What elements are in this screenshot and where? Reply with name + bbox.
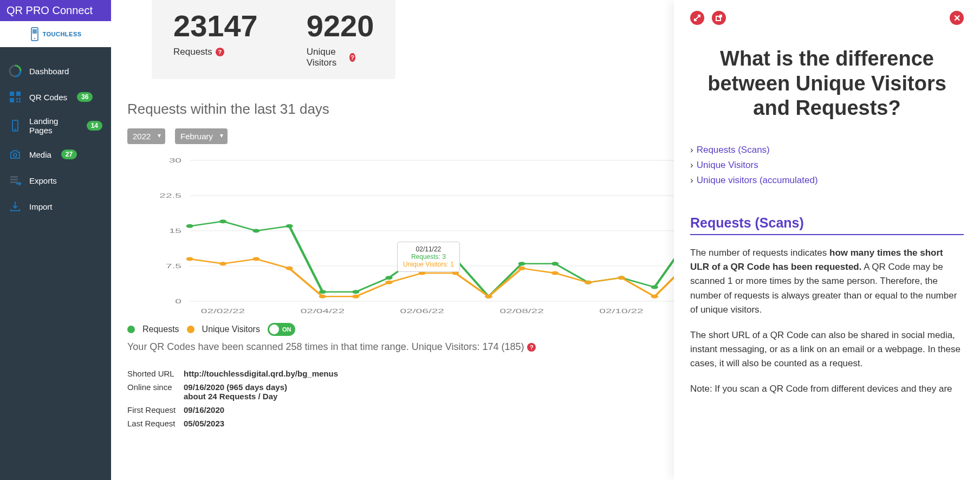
help-link[interactable]: Unique visitors (accumulated): [697, 175, 818, 185]
stats-card: 23147 Requests ? 9220 Unique Visitors ?: [152, 0, 395, 79]
logo[interactable]: TOUCHLESS: [0, 21, 111, 47]
legend-dot-unique: [187, 326, 194, 333]
svg-point-68: [518, 267, 525, 270]
external-link-icon[interactable]: [712, 11, 726, 25]
svg-point-48: [651, 286, 658, 289]
svg-text:02/08/22: 02/08/22: [499, 308, 544, 314]
sidebar-item-import[interactable]: Import: [0, 193, 111, 219]
svg-point-60: [252, 257, 259, 261]
svg-text:02/06/22: 02/06/22: [400, 308, 445, 314]
sidebar-item-label: QR Codes: [29, 93, 67, 102]
sidebar-item-exports[interactable]: Exports: [0, 167, 111, 193]
sidebar-item-dashboard[interactable]: Dashboard: [0, 58, 111, 84]
help-icon[interactable]: ?: [349, 53, 355, 62]
svg-rect-13: [10, 176, 18, 178]
svg-text:15: 15: [169, 228, 181, 234]
sidebar-item-label: Import: [29, 202, 53, 211]
stat-requests-value: 23147: [173, 11, 258, 41]
help-paragraph: The short URL of a QR Code can also be s…: [690, 328, 964, 371]
sidebar-nav: Dashboard QR Codes 36 Landing Pages 14 M…: [0, 47, 111, 219]
svg-text:22.5: 22.5: [159, 192, 181, 199]
svg-point-72: [651, 295, 658, 299]
details-label: First Request: [127, 405, 184, 414]
svg-rect-8: [16, 101, 18, 102]
svg-point-64: [385, 281, 392, 284]
svg-rect-9: [19, 101, 21, 102]
svg-text:0: 0: [175, 298, 181, 304]
legend-dot-requests: [127, 326, 135, 333]
svg-text:30: 30: [169, 157, 181, 164]
chevron-right-icon: ›: [690, 145, 693, 155]
details-value: http://touchlessdigital.qrd.by/bg_menus: [184, 369, 338, 378]
svg-rect-14: [10, 179, 18, 180]
svg-rect-4: [16, 92, 21, 96]
dashboard-icon: [9, 64, 22, 77]
chart-tooltip: 02/11/22 Requests: 3 Unique Visitors: 1: [397, 242, 460, 272]
toggle-label: ON: [282, 326, 291, 333]
svg-rect-15: [10, 181, 18, 183]
sidebar: QR PRO Connect TOUCHLESS Dashboard QR Co…: [0, 0, 111, 480]
year-select[interactable]: 2022: [127, 128, 165, 144]
expand-icon[interactable]: [690, 11, 704, 25]
app-title: QR PRO Connect: [0, 0, 111, 21]
svg-point-69: [551, 271, 559, 275]
svg-point-59: [219, 262, 226, 265]
svg-point-63: [352, 295, 359, 299]
svg-point-58: [186, 257, 193, 261]
legend-unique: Unique Visitors: [202, 325, 260, 334]
svg-text:7.5: 7.5: [166, 263, 181, 269]
help-icon[interactable]: ?: [216, 48, 224, 56]
help-paragraph: Note: If you scan a QR Code from differe…: [690, 382, 964, 396]
tooltip-unique: Unique Visitors: 1: [403, 261, 454, 268]
svg-rect-3: [10, 92, 14, 96]
help-body: The number of requests indicates how man…: [690, 246, 964, 396]
camera-icon: [9, 148, 22, 161]
svg-point-39: [352, 290, 359, 294]
help-link[interactable]: Requests (Scans): [697, 145, 770, 155]
sidebar-item-label: Dashboard: [29, 67, 69, 76]
sidebar-item-landing-pages[interactable]: Landing Pages 14: [0, 110, 111, 141]
help-links: ›Requests (Scans) ›Unique Visitors ›Uniq…: [690, 142, 964, 188]
svg-point-45: [551, 262, 559, 265]
help-icon[interactable]: ?: [527, 343, 536, 352]
svg-rect-5: [10, 98, 14, 102]
sidebar-item-qr-codes[interactable]: QR Codes 36: [0, 84, 111, 110]
chevron-right-icon: ›: [690, 175, 693, 185]
logo-text: TOUCHLESS: [42, 31, 81, 37]
svg-point-12: [14, 153, 17, 157]
svg-text:02/04/22: 02/04/22: [301, 308, 345, 314]
svg-point-61: [285, 267, 293, 270]
stat-unique-value: 9220: [307, 11, 374, 41]
chevron-right-icon: ›: [690, 160, 693, 170]
details-label: Online since: [127, 382, 184, 401]
details-value: 09/16/2020: [184, 405, 224, 414]
details-value: 05/05/2023: [184, 419, 224, 428]
svg-text:02/10/22: 02/10/22: [599, 308, 644, 314]
sidebar-badge: 14: [87, 121, 102, 131]
sidebar-badge: 36: [77, 92, 93, 102]
qr-icon: [9, 90, 22, 103]
device-icon: [9, 119, 22, 132]
stat-unique-label: Unique Visitors: [307, 47, 347, 68]
unique-toggle[interactable]: ON: [268, 323, 296, 336]
toggle-knob: [269, 325, 279, 334]
svg-point-67: [485, 295, 492, 299]
svg-text:02/02/22: 02/02/22: [201, 308, 245, 314]
stat-requests-label: Requests: [173, 47, 212, 57]
stat-requests: 23147 Requests ?: [173, 11, 258, 68]
month-select[interactable]: February: [175, 128, 228, 144]
sidebar-item-label: Landing Pages: [29, 116, 77, 135]
sidebar-item-media[interactable]: Media 27: [0, 141, 111, 167]
svg-point-35: [219, 219, 226, 223]
svg-point-36: [252, 229, 259, 233]
svg-point-44: [518, 262, 525, 265]
logo-icon: [29, 27, 40, 42]
svg-point-70: [585, 281, 592, 284]
import-icon: [9, 200, 22, 213]
close-icon[interactable]: ✕: [950, 11, 964, 25]
sidebar-item-label: Media: [29, 150, 51, 159]
help-toolbar: ✕: [690, 11, 964, 25]
help-link[interactable]: Unique Visitors: [697, 160, 758, 170]
svg-point-34: [186, 224, 193, 228]
help-section-title: Requests (Scans): [690, 215, 964, 235]
